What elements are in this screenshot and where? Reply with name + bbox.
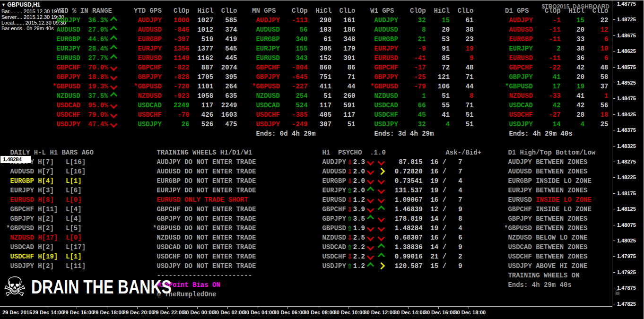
symbol-cell: EURJPY xyxy=(52,45,80,52)
gps-header: MN GPS ClOp HiCl ClLo xyxy=(252,6,355,16)
time-label: 29 Dec 20:00 xyxy=(123,310,155,315)
symbol-cell: *GBPUSD xyxy=(504,224,536,232)
symbol-cell: *GBPUSD xyxy=(370,83,398,90)
mt4-chart-window[interactable]: ▼ GBPUSD,H1 Bar......... 2015.12.30 19:0… xyxy=(0,0,644,319)
gps-row: *GBPUSD -720 1101 264 xyxy=(134,82,237,91)
gps-row: GBPJPY -25 121 71 xyxy=(370,72,473,82)
d1-gps-table: D1 GPS ClOp HiCl ClLo AUDJPY -1 15 22 AU… xyxy=(505,6,608,138)
zone-status-cell: BELOW LO ZONE xyxy=(536,234,587,241)
cllo-cell: 71 xyxy=(450,73,473,81)
clop-cell: -846 xyxy=(162,26,190,34)
ends-text: Ends: 3d 4h 29m xyxy=(370,130,434,138)
price-askbid-cell: 1.09067 16 / 7 xyxy=(387,195,462,205)
price-askbid-cell: 178.819 14 / 8 xyxy=(387,214,462,224)
training-row: GBPJPY DO NOT ENTER TRADE xyxy=(153,214,256,224)
symbol-cell: USDCAD xyxy=(370,102,398,109)
hicl-cell: 1012 xyxy=(190,26,213,34)
gps-header: D1 GPS ClOp HiCl ClLo xyxy=(505,6,608,16)
symbol-cell: GBPCHF xyxy=(134,64,162,71)
hicl-cell: 106 xyxy=(426,83,450,90)
clop-cell: -70 xyxy=(162,111,190,119)
clop-cell: -385 xyxy=(280,111,308,119)
ytd-range-row: AUDUSD 27.0% xyxy=(52,25,119,34)
cllo-cell: 161 xyxy=(331,17,355,24)
time-label: 30 Dec 04:00 xyxy=(244,310,275,315)
price-tick xyxy=(613,19,615,20)
down-arrow-icon xyxy=(110,83,117,90)
down-block-arrow-icon: ⇩ xyxy=(346,176,353,186)
zones-header: D1 High/Top Bottom/Low xyxy=(504,148,595,157)
time-tick xyxy=(77,307,77,309)
section-title: D1 High/Top Bottom/Low xyxy=(504,149,595,156)
cllo-cell: 48 xyxy=(584,64,608,71)
daily-hl-table: DAILY H-L H1 BARS AGO AUDJPY H[7] L[16] … xyxy=(6,148,94,271)
symbol-cell: USDJPY xyxy=(370,121,398,128)
zones-row: USDCHF BETWEEN ZONES xyxy=(504,252,595,261)
up-arrow-icon xyxy=(110,45,117,52)
daily-hl-text: *GBPUSD H[2] L[5] xyxy=(6,224,82,232)
clop-cell: 155 xyxy=(280,45,308,52)
price-label: 1.48675 xyxy=(617,33,636,38)
symbol-cell: GBPCHF xyxy=(318,205,346,214)
hicl-cell: 15 xyxy=(426,17,450,24)
zone-status-cell: BETWEEN ZONES xyxy=(536,168,587,175)
symbol-cell: AUDJPY xyxy=(370,17,398,24)
down-arrow-icon xyxy=(367,205,374,213)
percent-cell: 95.0% xyxy=(80,102,108,109)
time-label: 30 Dec 12:00 xyxy=(364,310,395,315)
symbol-cell: GBPCHF xyxy=(504,206,536,213)
gps-row: EURGBP -397 519 419 xyxy=(134,34,237,44)
time-axis[interactable]: 29 Dec 201529 Dec 14:0029 Dec 16:0029 De… xyxy=(0,307,644,319)
gps-row: USDCHF -27 28 18 xyxy=(505,110,608,120)
percent-cell: 37.5% xyxy=(80,92,108,100)
cllo-cell: 260 xyxy=(331,92,355,100)
clop-cell: -11 xyxy=(533,54,561,62)
hicl-cell: 72 xyxy=(426,64,450,71)
psycho-value: 2.3 xyxy=(353,157,365,167)
cllo-cell: 51 xyxy=(450,121,473,128)
gps-row: USDJPY 32 4 51 xyxy=(370,120,473,129)
hicl-cell: 751 xyxy=(308,73,331,81)
price-axis[interactable]: 1.487751.487251.486751.486251.485751.485… xyxy=(613,0,644,307)
price-label: 1.48625 xyxy=(617,48,636,54)
training-text: AUDJPY DO NOT ENTER TRADE xyxy=(153,158,256,166)
daily-hl-text: USDCHF H[19] L[1] xyxy=(6,253,82,260)
symbol-cell: *GBPUSD xyxy=(52,83,80,90)
clop-cell: 343 xyxy=(280,54,308,62)
ytd-range-row: USDCHF 79.0% xyxy=(52,110,119,120)
psycho-value: 2.5 xyxy=(353,233,365,242)
zone-status-cell: BETWEEN ZONES xyxy=(536,158,587,166)
gps-row: AUDJPY -1 15 22 xyxy=(505,16,608,25)
w1-gps-table: W1 GPS ClOp HiCl ClLo AUDJPY 32 15 61 AU… xyxy=(370,6,473,138)
clop-cell: 26 xyxy=(162,121,190,128)
zones-row: AUDJPY BETWEEN ZONES xyxy=(504,157,595,167)
time-tick xyxy=(287,307,288,309)
price-label: 1.48025 xyxy=(617,238,636,243)
percent-cell: 18.8% xyxy=(80,73,108,81)
gps-row: EURJPY 2 38 10 xyxy=(505,44,608,53)
training-text: *GBPUSD DO NOT ENTER TRADE xyxy=(153,224,256,232)
clop-cell: -79 xyxy=(398,83,426,90)
clop-cell: -41 xyxy=(398,54,426,62)
clop-cell: 45 xyxy=(398,111,426,119)
down-arrow-icon xyxy=(110,64,117,71)
zones-row: GBPJPY BETWEEN ZONES xyxy=(504,214,595,224)
price-label: 1.47825 xyxy=(617,301,636,307)
price-tick xyxy=(613,162,615,162)
hicl-cell: 61 xyxy=(308,35,331,43)
gps-row: AUDUSD 8 20 38 xyxy=(370,25,473,34)
psycho-row: USDCAD⇧2.2 1.38836 14 / 9 xyxy=(318,242,481,252)
price-askbid-cell: 87.815 16 / 7 xyxy=(387,157,462,167)
ytd-range-table: YTD % IN RANGE AUDJPY 36.3% AUDUSD 27.0%… xyxy=(52,6,119,129)
chevron-down-icon[interactable]: ▼ xyxy=(1,2,6,7)
cllo-cell: 6 xyxy=(584,35,608,43)
right-arrow-icon xyxy=(378,167,385,175)
symbol-cell: EURGBP xyxy=(134,35,162,43)
down-arrow-icon xyxy=(378,224,385,232)
training-row: USDCAD DO NOT ENTER TRADE xyxy=(153,242,256,252)
ytd-range-row: EURUSD 27.7% xyxy=(52,53,119,63)
symbol-cell: EURUSD xyxy=(505,54,533,62)
gps-row: EURJPY 155 305 179 xyxy=(252,44,355,53)
symbol-cell: EURJPY xyxy=(134,45,162,52)
symbol-cell: AUDJPY xyxy=(134,17,162,24)
